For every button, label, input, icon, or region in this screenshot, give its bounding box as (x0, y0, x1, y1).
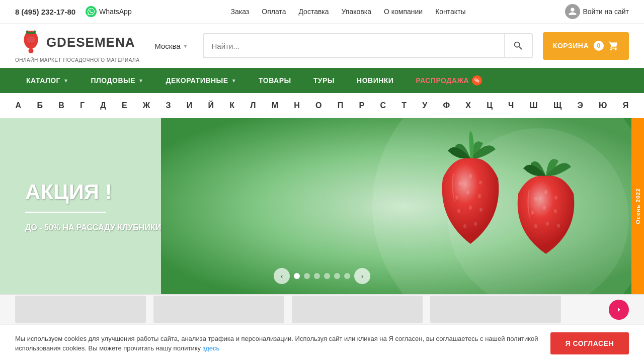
alpha-Е[interactable]: Е (119, 99, 130, 113)
slider-prev-button[interactable]: ‹ (274, 268, 290, 284)
nav-sale-label: РАСПРОДАЖА (416, 76, 469, 84)
side-tag[interactable]: Осень 2022 (631, 118, 644, 294)
alpha-С[interactable]: С (377, 99, 389, 113)
alpha-К[interactable]: К (226, 99, 237, 113)
hero-title: АКЦИЯ ! (25, 180, 232, 204)
hero-banner: АКЦИЯ ! ДО - 50% НА РАССАДУ КЛУБНИКИ Осе… (0, 118, 644, 294)
slide-dot-5[interactable] (334, 273, 340, 279)
slide-dot-1[interactable] (294, 273, 300, 279)
cart-label: КОРЗИНА (553, 42, 589, 50)
search-bar (203, 33, 532, 58)
search-button[interactable] (504, 33, 532, 58)
nav-sale[interactable]: РАСПРОДАЖА % (405, 68, 493, 93)
alpha-П[interactable]: П (335, 99, 347, 113)
alpha-Э[interactable]: Э (574, 99, 586, 113)
nav-item-contacts[interactable]: Контакты (435, 8, 465, 16)
svg-point-14 (469, 206, 472, 210)
nav-fruit-label: ПЛОДОВЫЕ (91, 76, 135, 84)
chevron-down-icon: ▼ (138, 78, 143, 83)
alpha-Й[interactable]: Й (205, 99, 217, 113)
logo-subtitle: ОНЛАЙН МАРКЕТ ПОСАДОЧНОГО МАТЕРИАЛА (15, 57, 139, 63)
alpha-Н[interactable]: Н (291, 99, 303, 113)
svg-point-11 (466, 191, 469, 195)
hero-divider (25, 212, 106, 213)
nav-goods-label: ТОВАРЫ (259, 76, 291, 84)
svg-point-26 (557, 224, 560, 228)
alpha-Ж[interactable]: Ж (140, 99, 153, 113)
hero-subtitle: ДО - 50% НА РАССАДУ КЛУБНИКИ (25, 223, 232, 232)
whatsapp-label: WhatsApp (99, 8, 132, 16)
bottom-cat-2 (153, 296, 284, 323)
nav-goods[interactable]: ТОВАРЫ (248, 68, 302, 93)
alpha-Р[interactable]: Р (356, 99, 367, 113)
nav-tours-label: ТУРЫ (313, 76, 335, 84)
svg-point-2 (28, 36, 34, 44)
logo-icon (20, 29, 42, 56)
alpha-Т[interactable]: Т (398, 99, 410, 113)
nav-catalog[interactable]: КАТАЛОГ ▼ (15, 68, 79, 93)
alpha-Ю[interactable]: Ю (596, 99, 610, 113)
slider-next-button[interactable]: › (354, 268, 370, 284)
alpha-Г[interactable]: Г (77, 99, 88, 113)
slide-dot-2[interactable] (304, 273, 310, 279)
chevron-right-icon (614, 305, 624, 315)
alpha-Д[interactable]: Д (97, 99, 109, 113)
cookie-policy-link[interactable]: здесь (203, 344, 220, 352)
alpha-М[interactable]: М (269, 99, 281, 113)
phone-number: 8 (495) 232-17-80 (15, 8, 75, 16)
alpha-Х[interactable]: Х (462, 99, 474, 113)
svg-point-24 (534, 224, 537, 228)
nav-new-label: НОВИНКИ (357, 76, 393, 84)
alpha-Щ[interactable]: Щ (550, 99, 565, 113)
city-selector[interactable]: Москва ▼ (149, 39, 193, 53)
slide-dot-6[interactable] (344, 273, 350, 279)
nav-item-about[interactable]: О компании (384, 8, 423, 16)
nav-decorative-label: ДЕКОРАТИВНЫЕ (166, 76, 228, 84)
nav-item-packaging[interactable]: Упаковка (342, 8, 371, 16)
chevron-down-icon: ▼ (63, 78, 68, 83)
side-tag-text: Осень 2022 (635, 188, 641, 224)
search-input[interactable] (204, 37, 504, 55)
top-bar: 8 (495) 232-17-80 WhatsApp Заказ Оплата … (0, 0, 644, 24)
svg-point-16 (463, 224, 466, 228)
svg-point-25 (546, 222, 549, 226)
alpha-И[interactable]: И (184, 99, 196, 113)
bottom-scroll-button[interactable] (609, 300, 629, 320)
alpha-Б[interactable]: Б (34, 99, 46, 113)
whatsapp-link[interactable]: WhatsApp (86, 6, 132, 17)
alpha-У[interactable]: У (419, 99, 430, 113)
alpha-В[interactable]: В (55, 99, 67, 113)
nav-item-payment[interactable]: Оплата (262, 8, 286, 16)
nav-new[interactable]: НОВИНКИ (346, 68, 405, 93)
alpha-Л[interactable]: Л (247, 99, 259, 113)
cookie-text: Мы используем cookies для улучшения рабо… (15, 334, 540, 353)
logo-area: GDESEMENA ОНЛАЙН МАРКЕТ ПОСАДОЧНОГО МАТЕ… (15, 29, 139, 63)
nav-tours[interactable]: ТУРЫ (302, 68, 346, 93)
alpha-А[interactable]: А (13, 99, 25, 113)
top-navigation: Заказ Оплата Доставка Упаковка О компани… (231, 8, 466, 16)
hero-content: АКЦИЯ ! ДО - 50% НА РАССАДУ КЛУБНИКИ (0, 118, 258, 294)
alpha-Ф[interactable]: Ф (440, 99, 453, 113)
login-button[interactable]: Войти на сайт (565, 4, 629, 19)
svg-point-22 (543, 206, 546, 210)
slide-dot-4[interactable] (324, 273, 330, 279)
nav-item-delivery[interactable]: Доставка (298, 8, 329, 16)
bottom-cat-3 (292, 296, 423, 323)
svg-point-21 (531, 211, 534, 215)
alpha-Ш[interactable]: Ш (527, 99, 541, 113)
city-name: Москва (154, 42, 180, 50)
alpha-Я[interactable]: Я (620, 99, 632, 113)
cart-icon (608, 40, 619, 51)
nav-decorative[interactable]: ДЕКОРАТИВНЫЕ ▼ (154, 68, 248, 93)
nav-fruit[interactable]: ПЛОДОВЫЕ ▼ (79, 68, 154, 93)
cookie-accept-button[interactable]: Я СОГЛАСЕН (550, 332, 629, 354)
cart-button[interactable]: КОРЗИНА 0 (543, 32, 629, 60)
slide-dot-3[interactable] (314, 273, 320, 279)
bottom-categories (15, 296, 561, 323)
logo-row: GDESEMENA (20, 29, 135, 56)
alpha-З[interactable]: З (163, 99, 174, 113)
alpha-Ц[interactable]: Ц (484, 99, 496, 113)
alpha-О[interactable]: О (312, 99, 325, 113)
nav-item-order[interactable]: Заказ (231, 8, 250, 16)
alpha-Ч[interactable]: Ч (505, 99, 517, 113)
